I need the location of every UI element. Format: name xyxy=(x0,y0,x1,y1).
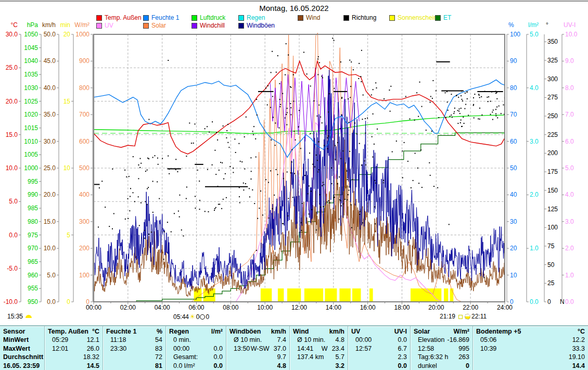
svg-text:50: 50 xyxy=(547,261,555,269)
sensor-unit: UV-I xyxy=(394,327,407,336)
svg-text:0.0: 0.0 xyxy=(47,298,56,305)
svg-text:35.0: 35.0 xyxy=(44,111,56,118)
svg-text:0.0: 0.0 xyxy=(565,298,574,305)
stats-cell: 10:3933.3 xyxy=(473,345,588,353)
svg-text:10:00: 10:00 xyxy=(257,304,273,311)
cell-value: 33.3 xyxy=(572,345,585,353)
stats-header: Bodentemp +5°C xyxy=(473,327,588,336)
cell-time: 137.4 km xyxy=(293,353,336,361)
sensor-unit: W/m² xyxy=(453,327,469,336)
cell-value: 263 xyxy=(458,353,469,361)
svg-text:08:00: 08:00 xyxy=(223,304,238,311)
cell-value: 3.2 xyxy=(336,362,344,370)
stats-cell: 72 xyxy=(103,353,165,361)
cell-value: 0.0 xyxy=(398,336,407,344)
cell-value: 0.0 xyxy=(398,362,407,370)
sunrise-time: 05:44 xyxy=(173,313,189,321)
moonset-time: 22:11 xyxy=(471,313,487,320)
stats-header: Windböenkm/h xyxy=(226,327,289,336)
svg-text:l/m²: l/m² xyxy=(528,21,539,29)
cell-value: 23.4 xyxy=(332,345,344,353)
cell-value: 2.3 xyxy=(398,353,407,361)
svg-text:400: 400 xyxy=(79,191,90,198)
svg-text:25.0: 25.0 xyxy=(6,64,18,71)
stats-cell: Elevation-16.869 xyxy=(411,336,472,344)
svg-text:900: 900 xyxy=(79,57,90,65)
svg-text:°C: °C xyxy=(11,21,18,29)
cell-value: 54 xyxy=(155,336,162,344)
stats-cell: dunkel0 xyxy=(411,362,472,370)
cell-value: 6.7 xyxy=(398,345,407,353)
svg-text:600: 600 xyxy=(79,138,90,145)
svg-text:2.0: 2.0 xyxy=(530,191,539,198)
svg-text:6.0: 6.0 xyxy=(565,138,574,145)
moonset-square-icon xyxy=(458,315,463,319)
svg-text:9.0: 9.0 xyxy=(565,57,574,65)
cell-time: 12:01 xyxy=(48,345,87,353)
stats-row-label: 16.05. 23:59 xyxy=(0,362,44,370)
stats-cell: 137.4 km5.7 xyxy=(290,353,348,361)
sensor-name: Windböen xyxy=(229,327,271,336)
stats-cell: 14.4 xyxy=(473,362,588,370)
stats-cell: 11:1854 xyxy=(103,336,165,344)
svg-text:700: 700 xyxy=(79,111,90,118)
cell-value: 5.7 xyxy=(336,353,344,361)
x-axis: 00:0002:0004:0006:0008:0010:0012:0014:00… xyxy=(86,302,513,311)
cell-time: 0 min. xyxy=(169,336,223,344)
stats-header: Temp. Außen°C xyxy=(45,327,103,336)
svg-text:15.0: 15.0 xyxy=(6,131,18,138)
svg-text:10.0: 10.0 xyxy=(565,31,578,38)
stats-cell: 19.10 xyxy=(473,353,588,361)
svg-text:125: 125 xyxy=(547,206,558,213)
svg-text:-10.0: -10.0 xyxy=(4,298,18,305)
stats-cell: Ø 10 min.4.8 xyxy=(290,336,348,344)
svg-text:24:00: 24:00 xyxy=(497,304,513,311)
stats-col-wind: Windkm/hØ 10 min.4.814:41W23.4137.4 km5.… xyxy=(289,326,348,370)
svg-text:10: 10 xyxy=(510,272,517,279)
svg-text:1040: 1040 xyxy=(24,57,38,65)
moon-phase-icon xyxy=(200,314,205,320)
svg-text:16:00: 16:00 xyxy=(360,304,376,311)
cell-time: 12:58 xyxy=(414,345,458,353)
svg-text:75: 75 xyxy=(547,243,555,250)
cell-extra: W-SW xyxy=(251,345,274,353)
stats-header-sensor: Sensor xyxy=(0,327,44,336)
sunrise-annotation: 05:44☀00 xyxy=(173,313,209,321)
sunset-time: 21:19 xyxy=(440,313,455,320)
svg-text:950: 950 xyxy=(28,298,38,305)
svg-text:1035: 1035 xyxy=(24,71,38,78)
svg-text:800: 800 xyxy=(79,84,90,92)
cell-value: 995 xyxy=(458,345,469,353)
svg-text:325: 325 xyxy=(547,57,558,64)
svg-text:0.0: 0.0 xyxy=(9,232,18,239)
svg-text:0.0: 0.0 xyxy=(530,298,539,305)
cell-time: 11:18 xyxy=(106,336,155,344)
svg-text:965: 965 xyxy=(28,258,38,265)
svg-text:200: 200 xyxy=(79,245,90,252)
sunrise-extra: 0 xyxy=(196,313,200,321)
stats-cell: 18.32 xyxy=(45,353,103,361)
svg-text:30: 30 xyxy=(510,218,517,225)
cell-time: 05:06 xyxy=(476,336,572,344)
stats-row-label: MaxWert xyxy=(0,345,44,353)
svg-text:70: 70 xyxy=(510,111,517,118)
svg-text:12:00: 12:00 xyxy=(291,304,307,311)
stats-cell: 0.0 xyxy=(348,362,410,370)
svg-text:20.0: 20.0 xyxy=(6,98,18,105)
svg-text:W/m²: W/m² xyxy=(74,21,90,29)
stats-cell: Gesamt:0.0 xyxy=(166,353,226,361)
stats-cell: 2.3 xyxy=(348,353,410,361)
svg-text:90: 90 xyxy=(510,57,517,65)
cell-value: 26.0 xyxy=(87,345,99,353)
svg-text:4.0: 4.0 xyxy=(565,191,574,198)
axis-: °350325300275250225200175150125100755025… xyxy=(544,21,565,305)
svg-text:60: 60 xyxy=(510,138,517,145)
svg-text:20:00: 20:00 xyxy=(428,304,444,311)
stats-table: SensorMinWertMaxWertDurchschnitt16.05. 2… xyxy=(0,325,588,370)
svg-text:10.0: 10.0 xyxy=(6,164,18,172)
stats-col-bodentemp-5: Bodentemp +5°C05:0612.210:3933.319.1014.… xyxy=(472,326,588,370)
stats-cell: 00:000.0 xyxy=(166,345,226,353)
cell-value: 19.10 xyxy=(569,353,585,361)
cell-value: 12.1 xyxy=(87,336,99,344)
svg-text:250: 250 xyxy=(547,112,558,120)
